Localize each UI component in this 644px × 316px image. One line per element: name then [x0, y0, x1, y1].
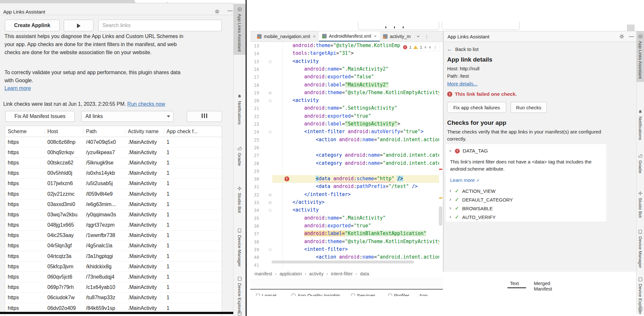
sidebar-tab-device-manager[interactable]: Device Manager [637, 226, 644, 271]
breadcrumb-item[interactable]: manifest [255, 271, 272, 276]
prev-issue-icon[interactable]: ∧ [424, 45, 427, 49]
breadcrumb-item[interactable]: intent-filter [331, 271, 353, 276]
sidebar-tab-label: Studio Bot [638, 198, 643, 218]
chevron-down-icon [167, 115, 170, 117]
fold-marker[interactable] [269, 99, 272, 102]
sidebar-tab-device-explorer[interactable]: Device Explorer [234, 273, 245, 316]
check-row-action_view[interactable]: ✓ACTION_VIEW [449, 188, 495, 194]
gear-icon[interactable] [215, 9, 220, 14]
quickfix-bulb-icon[interactable] [284, 176, 289, 181]
breadcrumb-item[interactable]: data [360, 271, 369, 276]
sidebar-tab-notifications[interactable]: Notifications [637, 106, 644, 143]
learn-more-link[interactable]: Learn more↗ [450, 177, 479, 183]
sidebar-tab-gradle[interactable]: Gradle [234, 143, 245, 169]
gear-icon[interactable] [619, 34, 624, 39]
check-row-default_category[interactable]: ✓DEFAULT_CATEGORY [449, 197, 513, 202]
fold-marker[interactable] [269, 209, 272, 212]
tool-window-button-app-inspection[interactable]: App Inspection [414, 293, 444, 296]
sidebar-tab-app-links-assistant[interactable]: App Links Assistant [234, 4, 245, 55]
editor-tab-androidmanifest-xml[interactable]: AndroidManifest.xml× [319, 31, 380, 42]
bottom-splitter[interactable] [250, 289, 443, 290]
tab-text[interactable]: Text [510, 281, 519, 286]
links-filter-dropdown[interactable]: All links [81, 111, 174, 122]
path-value: Path: /test [447, 73, 469, 79]
line-number: 25 [254, 137, 259, 143]
table-row[interactable]: https03axxd3mi0/e6g63mim....MainActivity… [5, 199, 222, 210]
check-row-browsable[interactable]: ✓BROWSABLE [449, 205, 493, 211]
table-row[interactable]: https06ciudok7w/tu87hwp33z.MainActivity1 [5, 293, 222, 303]
sidebar-tab-notifications[interactable]: Notifications [234, 91, 245, 128]
table-row[interactable]: https00tskcza62/5lknugk9se.MainActivity1 [5, 158, 222, 168]
create-applink-button[interactable]: Create Applink [5, 20, 60, 31]
sidebar-tab-gradle[interactable]: Gradle [637, 151, 644, 177]
fold-marker[interactable] [269, 60, 272, 63]
more-options-icon[interactable]: ⋮ [433, 45, 437, 50]
tab-merged-manifest[interactable]: Merged Manifest [534, 281, 552, 291]
table-cell: 1 [164, 191, 222, 197]
tool-window-button-services[interactable]: Services [351, 293, 376, 296]
fold-marker[interactable] [269, 92, 272, 94]
column-header[interactable]: Path [83, 129, 125, 134]
chevron-down-icon[interactable] [414, 31, 422, 42]
run-play-button[interactable] [64, 20, 93, 31]
column-header[interactable]: App check f... [164, 129, 222, 134]
vertical-scrollbar[interactable] [439, 206, 442, 226]
table-row[interactable]: https060qv5jct6/73ne8udqj4.MainActivity1 [5, 272, 222, 282]
column-header[interactable]: Activity name [125, 129, 164, 134]
fold-marker[interactable] [269, 248, 272, 251]
run-checks-now-link[interactable]: Run checks now [127, 101, 165, 107]
inspection-widget[interactable]: ! 1 1 ∧ ∨ ⋮ [400, 43, 440, 51]
table-row[interactable]: https04rtcqtz3a/3a1hgptqgi.MainActivity1 [5, 251, 222, 262]
next-issue-icon[interactable]: ∨ [429, 45, 431, 49]
fold-marker[interactable] [269, 201, 272, 204]
fix-app-check-failures-button[interactable]: Fix app check failures [447, 102, 506, 113]
run-checks-button[interactable]: Run checks [511, 102, 547, 113]
editor-tab-activity_m[interactable]: activity_m [380, 31, 414, 42]
table-row[interactable]: https05kfcp3jvm/khidckix8g.MainActivity1 [5, 262, 222, 272]
fold-marker[interactable] [269, 193, 272, 196]
sidebar-tab-studio-bot[interactable]: Studio Bot [637, 188, 644, 221]
checks-card: ! DATA_TAG This link's intent filter doe… [446, 144, 606, 222]
sidebar-tab-app-links-assistant[interactable]: App Links Assistant [637, 31, 644, 82]
table-row[interactable]: https017jwlxzn6/u5t2usab5j.MainActivity1 [5, 179, 222, 189]
more-options-icon[interactable]: ⋮ [422, 31, 431, 42]
minimize-icon[interactable]: — [629, 34, 634, 39]
data-tag-check[interactable]: ! DATA_TAG [449, 148, 488, 154]
table-row[interactable]: https00hq9zrkqv/yzu4kpeas7.MainActivity1 [5, 147, 222, 158]
table-row[interactable]: https04ic253aay/1wwnfbr738.MainActivity1 [5, 231, 222, 241]
tool-window-button-logcat[interactable]: Logcat [256, 293, 276, 296]
table-row[interactable]: https069p7r79rh/c1x64yab10.MainActivity1 [5, 282, 222, 293]
table-row[interactable]: https02jv21zzmc/l059v8t4e9.MainActivity1 [5, 189, 222, 199]
tool-window-button-profiler[interactable]: Profiler [388, 293, 409, 296]
minimize-icon[interactable]: — [227, 9, 232, 13]
breadcrumb-item[interactable]: activity [309, 271, 323, 276]
fold-marker[interactable] [269, 131, 272, 133]
cut-tool-window-icon [639, 307, 642, 311]
search-input[interactable] [98, 20, 222, 31]
column-settings-button[interactable] [187, 111, 222, 122]
column-header[interactable]: Host [45, 129, 83, 134]
check-row-auto_verify[interactable]: ✓AUTO_VERIFY [449, 214, 496, 220]
tool-window-button-app-quality-insights[interactable]: App Quality Insights [292, 293, 340, 296]
code-editor[interactable]: 13android:theme="@style/Theme.KotlinEmp1… [250, 42, 439, 269]
table-row[interactable]: https04r5lqn3gf/4g5nalc1la.MainActivity1 [5, 241, 222, 251]
close-icon[interactable]: × [374, 34, 377, 39]
close-icon[interactable]: × [313, 34, 315, 39]
table-row[interactable]: https00v5hhld0j/o0xhs14ykb.MainActivity1 [5, 168, 222, 179]
sidebar-tab-device-manager[interactable]: Device Manager [234, 225, 245, 270]
links-table-header[interactable]: SchemeHostPathActivity nameApp check f..… [5, 126, 222, 137]
more-details-link[interactable]: More details... [447, 81, 477, 86]
back-to-list-link[interactable]: ←Back to list [447, 46, 479, 52]
table-row[interactable]: https048jg1x665/qgrt37ezpm.MainActivity1 [5, 220, 222, 231]
learn-more-link[interactable]: Learn more [5, 85, 31, 91]
editor-tab-mobile_navigation-xml[interactable]: mobile_navigation.xml× [254, 31, 319, 42]
breadcrumb-item[interactable]: application [280, 271, 302, 276]
fix-all-manifest-issues-button[interactable]: Fix All Manifest Issues [5, 111, 75, 122]
sidebar-tab-studio-bot[interactable]: Studio Bot [234, 183, 245, 216]
table-row[interactable]: https008c6z68np/407e09q5x0.MainActivity1 [5, 137, 222, 147]
bottom-tool-window-bar: LogcatApp Quality InsightsServicesProfil… [250, 290, 444, 296]
horizontal-scrollbar[interactable] [272, 261, 414, 263]
table-row[interactable]: https03wq7w2kbu/y0qqimaw3s.MainActivity1 [5, 210, 222, 220]
line-number: 14 [254, 51, 259, 56]
column-header[interactable]: Scheme [5, 129, 45, 134]
